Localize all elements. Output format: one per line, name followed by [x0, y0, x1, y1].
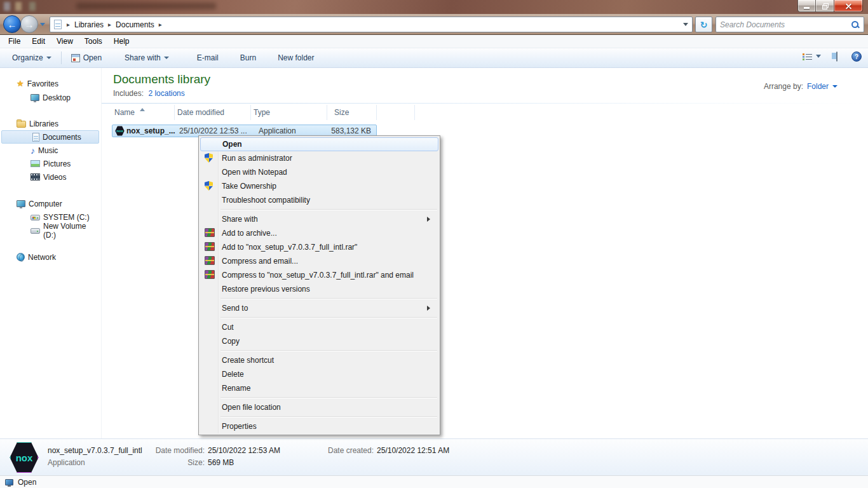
context-item-open-file-location[interactable]: Open file location — [200, 400, 438, 414]
context-item-compress-and-email[interactable]: Compress and email... — [200, 254, 438, 268]
libraries-icon — [17, 121, 26, 128]
context-item-label: Open — [222, 140, 242, 149]
breadcrumb-libraries[interactable]: Libraries — [72, 20, 105, 29]
nox-app-icon-large: nox — [10, 442, 39, 473]
sidebar-item-network[interactable]: Network — [0, 250, 100, 264]
menu-help[interactable]: Help — [108, 36, 135, 47]
address-dropdown-icon[interactable] — [683, 23, 688, 29]
file-name: nox_setup_... — [126, 126, 175, 135]
change-view-button[interactable] — [803, 53, 821, 61]
column-header-type[interactable]: Type — [251, 105, 327, 120]
context-item-add-to-rar[interactable]: Add to "nox_setup_v7.0.3.7_full_intl.rar… — [200, 240, 438, 254]
sort-ascending-icon — [140, 105, 145, 111]
uac-shield-icon — [205, 181, 213, 191]
videos-icon — [31, 173, 40, 180]
search-box[interactable] — [715, 17, 864, 32]
context-item-create-shortcut[interactable]: Create shortcut — [200, 353, 438, 367]
file-type: Application — [259, 126, 296, 135]
share-with-button[interactable]: Share with — [119, 51, 175, 65]
preview-pane-button[interactable] — [836, 52, 837, 61]
documents-icon — [32, 133, 39, 142]
share-with-label: Share with — [125, 53, 161, 62]
organize-button[interactable]: Organize — [6, 51, 57, 65]
details-pane: nox nox_setup_v7.0.3.7_full_intl Applica… — [0, 438, 868, 475]
context-item-rename[interactable]: Rename — [200, 381, 438, 395]
forward-button[interactable]: → — [20, 15, 38, 33]
email-button[interactable]: E-mail — [191, 51, 224, 65]
context-item-label: Copy — [222, 337, 240, 346]
menu-tools[interactable]: Tools — [79, 36, 108, 47]
menu-edit[interactable]: Edit — [26, 36, 51, 47]
sidebar-item-computer[interactable]: Computer — [0, 197, 100, 210]
email-label: E-mail — [197, 53, 219, 62]
menu-file[interactable]: File — [3, 36, 26, 47]
help-button[interactable]: ? — [851, 51, 862, 62]
context-item-label: Open with Notepad — [222, 168, 287, 177]
breadcrumb-documents[interactable]: Documents — [114, 20, 156, 29]
restore-button[interactable] — [816, 0, 834, 12]
context-item-label: Send to — [222, 304, 248, 313]
address-bar[interactable]: ▸ Libraries ▸ Documents ▸ — [50, 17, 693, 32]
sidebar-label: Favorites — [27, 79, 58, 88]
sidebar-item-documents[interactable]: Documents — [1, 130, 99, 144]
sidebar-item-music[interactable]: ♪ Music — [0, 144, 100, 157]
close-button[interactable] — [834, 0, 863, 12]
sidebar-item-favorites[interactable]: ★ Favorites — [0, 77, 100, 90]
context-item-open-with-notepad[interactable]: Open with Notepad — [200, 165, 438, 179]
column-header-date-modified[interactable]: Date modified — [175, 105, 251, 120]
views-icon — [803, 53, 813, 61]
burn-button[interactable]: Burn — [234, 51, 262, 65]
context-item-restore-previous-versions[interactable]: Restore previous versions — [200, 282, 438, 296]
context-item-label: Compress to "nox_setup_v7.0.3.7_full_int… — [222, 271, 414, 280]
back-button[interactable]: ← — [3, 15, 21, 33]
chevron-down-icon — [832, 85, 837, 90]
sidebar-item-libraries[interactable]: Libraries — [0, 117, 100, 130]
context-item-delete[interactable]: Delete — [200, 367, 438, 381]
context-item-take-ownership[interactable]: Take Ownership — [200, 179, 438, 193]
context-item-properties[interactable]: Properties — [200, 419, 438, 433]
open-label: Open — [83, 53, 102, 62]
sidebar-label: Pictures — [43, 159, 71, 168]
context-item-add-to-archive[interactable]: Add to archive... — [200, 226, 438, 240]
wallpaper-blur-text — [76, 3, 216, 10]
context-item-cut[interactable]: Cut — [200, 320, 438, 334]
context-item-label: Cut — [222, 323, 234, 332]
context-item-troubleshoot-compatibility[interactable]: Troubleshoot compatibility — [200, 193, 438, 207]
sidebar-item-pictures[interactable]: Pictures — [0, 157, 100, 170]
context-item-send-to[interactable]: Send to — [200, 301, 438, 315]
sidebar-item-new-volume-d[interactable]: New Volume (D:) — [0, 224, 100, 237]
context-item-share-with[interactable]: Share with — [200, 212, 438, 226]
context-item-label: Delete — [222, 370, 244, 379]
arrange-value[interactable]: Folder — [807, 82, 829, 91]
context-item-compress-to-rar-and-email[interactable]: Compress to "nox_setup_v7.0.3.7_full_int… — [200, 268, 438, 282]
date-created-value: 25/10/2022 12:51 AM — [377, 446, 449, 455]
column-header-name[interactable]: Name — [112, 105, 175, 120]
minimize-button[interactable] — [797, 0, 816, 12]
history-dropdown-icon[interactable] — [40, 23, 45, 29]
sidebar-label: Music — [38, 146, 58, 155]
context-item-open[interactable]: Open — [200, 137, 438, 151]
sidebar-label: Videos — [43, 173, 66, 182]
context-item-run-as-administrator[interactable]: Run as administrator — [200, 151, 438, 165]
column-header-size[interactable]: Size — [327, 105, 377, 120]
search-input[interactable] — [720, 20, 851, 29]
open-button[interactable]: Open — [65, 51, 107, 65]
refresh-button[interactable]: ↻ — [695, 17, 712, 32]
arrange-by[interactable]: Arrange by: Folder — [764, 82, 837, 91]
new-folder-button[interactable]: New folder — [272, 51, 320, 65]
context-item-copy[interactable]: Copy — [200, 334, 438, 348]
explorer-window: ← → ▸ Libraries ▸ Documents ▸ ↻ File Edi… — [0, 0, 868, 488]
context-item-label: Add to archive... — [222, 229, 277, 238]
menu-view[interactable]: View — [51, 36, 79, 47]
breadcrumb-arrow-icon: ▸ — [108, 21, 111, 28]
window-controls — [797, 0, 863, 12]
status-bar: Open — [0, 475, 868, 488]
burn-label: Burn — [240, 53, 256, 62]
sidebar-item-desktop[interactable]: Desktop — [0, 91, 100, 104]
date-created-label: Date created: — [328, 446, 374, 455]
column-headers: Name Date modified Type Size — [112, 105, 415, 120]
music-icon: ♪ — [31, 146, 35, 155]
locations-link[interactable]: 2 locations — [148, 89, 184, 98]
sidebar-item-videos[interactable]: Videos — [0, 170, 100, 184]
system-drive-icon — [31, 215, 40, 220]
